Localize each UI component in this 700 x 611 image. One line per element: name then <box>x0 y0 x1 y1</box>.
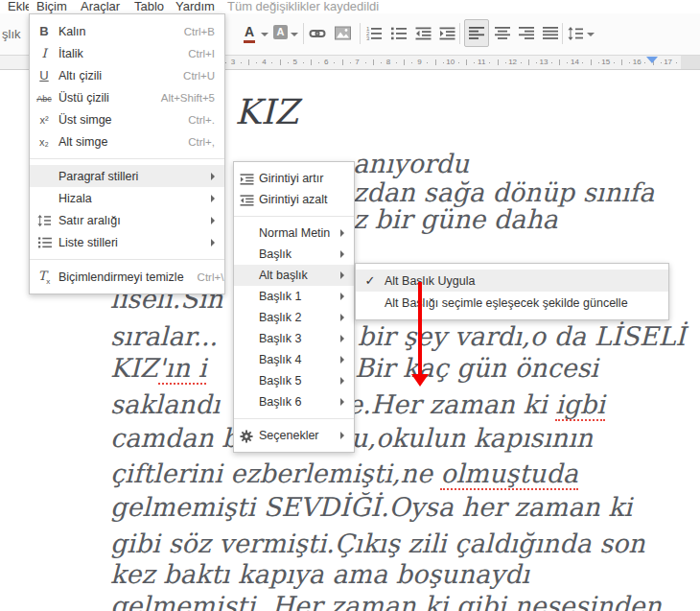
align-left-icon[interactable] <box>469 26 486 41</box>
google-docs-window: KIZ anıyorduzdan sağa dönüp sınıfaz bir … <box>0 0 700 611</box>
line-spacing-icon <box>30 213 58 228</box>
text-segment: bir şey vardı,o da LİSELİ <box>358 321 686 351</box>
menu-item-heading-3[interactable]: Başlık 3 <box>234 328 354 349</box>
document-text-line[interactable]: anıyordu <box>353 150 469 178</box>
menu-item-options[interactable]: Seçenekler <box>234 425 354 446</box>
menu-item-heading-4[interactable]: Başlık 4 <box>234 349 354 370</box>
highlight-color-caret-icon[interactable] <box>291 33 298 36</box>
align-center-icon[interactable] <box>495 26 512 41</box>
subscript-icon: x₂ <box>30 134 58 149</box>
shortcut-label: Alt+Shift+5 <box>161 92 215 104</box>
ruler-dot <box>303 62 304 63</box>
menu-item-title[interactable]: Başlık <box>234 244 354 265</box>
ruler-tick <box>248 59 249 65</box>
menu-item-update-subtitle[interactable]: Alt Başlığı seçimle eşleşecek şekilde gü… <box>356 292 668 314</box>
text-segment: zdan sağa dönüp sınıfa <box>353 177 654 207</box>
menu-item-label: Başlık 5 <box>259 374 333 388</box>
menu-item-heading-5[interactable]: Başlık 5 <box>234 370 354 391</box>
menu-item-strikethrough[interactable]: AbcÜstü çiziliAlt+Shift+5 <box>30 86 224 108</box>
text-color-caret-icon[interactable] <box>261 33 268 36</box>
gear-icon <box>234 428 259 443</box>
ruler-number: 4 <box>256 58 271 66</box>
list-styles-icon <box>30 235 58 250</box>
document-text-line[interactable]: zdan sağa dönüp sınıfa <box>353 178 654 207</box>
line-spacing-caret-icon[interactable] <box>587 33 595 36</box>
document-text-line[interactable]: z bir güne daha <box>353 205 558 234</box>
menu-item-normal-text[interactable]: Normal Metin <box>234 223 354 244</box>
menu-item-label: Başlık <box>259 247 333 261</box>
document-text-line[interactable]: kez baktı kapıya ama boşunaydı <box>110 560 529 589</box>
ruler-dot <box>582 62 583 63</box>
submenu-arrow-icon <box>211 173 215 180</box>
highlight-color-icon[interactable]: A <box>273 25 288 39</box>
document-text-line[interactable]: saklandı <box>110 390 220 419</box>
ruler-dot <box>614 62 615 63</box>
menu-item-label: Üstü çizili <box>58 91 148 105</box>
justify-icon[interactable] <box>543 26 560 41</box>
document-text-line[interactable]: gibi söz vermişti.Çıkış zili çaldığında … <box>110 529 645 558</box>
ruler-dot <box>334 62 335 63</box>
line-spacing-icon[interactable] <box>568 26 585 41</box>
menu-item-decrease-indent[interactable]: Girintiyi azalt <box>234 189 354 210</box>
bulleted-list-icon[interactable] <box>390 26 408 41</box>
insert-link-icon[interactable] <box>309 26 326 41</box>
annotation-arrow-head-icon <box>411 374 429 387</box>
menu-item-label: Alt başlık <box>259 269 333 282</box>
menu-item-heading-1[interactable]: Başlık 1 <box>234 286 354 307</box>
menu-item-italic[interactable]: IİtalikCtrl+I <box>30 42 224 64</box>
ruler-dot <box>427 62 428 63</box>
menu-item-heading-6[interactable]: Başlık 6 <box>234 391 354 412</box>
menu-item-underline[interactable]: UAltı çiziliCtrl+U <box>30 64 224 86</box>
document-text-line[interactable]: bir şey vardı,o da LİSELİ <box>358 322 686 351</box>
increase-indent-icon[interactable] <box>439 26 456 41</box>
menu-item-clear-formatting[interactable]: TxBiçimlendirmeyi temizleCtrl+\ <box>30 266 224 288</box>
ruler-dot <box>458 62 459 63</box>
document-text-line[interactable]: gelmemişti SEVDİĞİ.Oysa her zaman ki <box>110 493 632 522</box>
menu-item-bold[interactable]: BKalınCtrl+B <box>30 20 224 42</box>
insert-image-icon[interactable] <box>335 26 352 41</box>
align-right-icon[interactable] <box>519 26 536 41</box>
menu-item-superscript[interactable]: x²Üst simgeCtrl+. <box>30 108 224 130</box>
document-text-line[interactable]: KIZ'ın i <box>110 354 206 383</box>
toolbar-separator <box>562 23 563 44</box>
menu-separator <box>234 418 354 419</box>
document-text-line[interactable]: Bir kaç gün öncesi <box>355 354 598 383</box>
document-text-line[interactable]: çiftlerini ezberlemişti,ne olmuştuda <box>110 459 578 488</box>
svg-text:3: 3 <box>366 35 370 41</box>
ruler-tick <box>311 59 312 65</box>
ruler-number: 3 <box>225 58 241 66</box>
document-text-line[interactable]: camdan b <box>110 424 238 453</box>
menu-item-label: Üst simge <box>58 113 175 127</box>
strikethrough-icon: Abc <box>30 90 58 105</box>
menu-item-align[interactable]: Hizala <box>30 187 224 209</box>
menu-item-apply-subtitle[interactable]: ✓Alt Başlık Uygula <box>356 270 668 292</box>
menu-item-label: Kalın <box>58 25 171 38</box>
menu-item-increase-indent[interactable]: Girintiyi artır <box>234 168 354 189</box>
menu-item-heading-2[interactable]: Başlık 2 <box>234 307 354 328</box>
document-text-line[interactable]: sıralar... <box>110 322 218 351</box>
text-segment: anıyordu <box>353 149 469 178</box>
document-text-line[interactable]: e.Her zaman ki igbi <box>347 390 605 419</box>
menu-item-label: Liste stilleri <box>58 236 203 249</box>
text-color-icon[interactable]: A <box>243 24 256 39</box>
text-segment: saklandı <box>110 389 220 419</box>
menu-item-label: Alt simge <box>58 135 175 149</box>
styles-dropdown-partial[interactable]: şlık <box>2 27 21 41</box>
ruler-tick <box>559 59 560 65</box>
ruler-number: 8 <box>381 58 396 66</box>
document-title-text[interactable]: KIZ <box>235 92 298 131</box>
menu-item-line-spacing[interactable]: Satır aralığı <box>30 209 224 231</box>
shortcut-label: Ctrl+U <box>183 70 215 82</box>
indent-less-icon <box>234 192 259 207</box>
ruler-indent-marker[interactable] <box>646 57 658 63</box>
document-text-line[interactable]: gelmemişti. Her zaman ki gibi neşesinden <box>110 592 662 611</box>
menu-item-subscript[interactable]: x₂Alt simgeCtrl+, <box>30 130 224 153</box>
menu-item-list-styles[interactable]: Liste stilleri <box>30 231 224 253</box>
menu-item-paragraph-styles[interactable]: Paragraf stilleri <box>30 165 224 187</box>
ruler-number: 10 <box>443 58 458 66</box>
decrease-indent-icon[interactable] <box>415 26 432 41</box>
menu-item-label: Alt Başlık Uygula <box>385 274 659 288</box>
menu-item-subtitle[interactable]: Alt başlık <box>234 265 354 286</box>
numbered-list-icon[interactable]: 123 <box>365 26 383 41</box>
document-text-line[interactable]: u,okulun kapısının <box>351 424 593 453</box>
